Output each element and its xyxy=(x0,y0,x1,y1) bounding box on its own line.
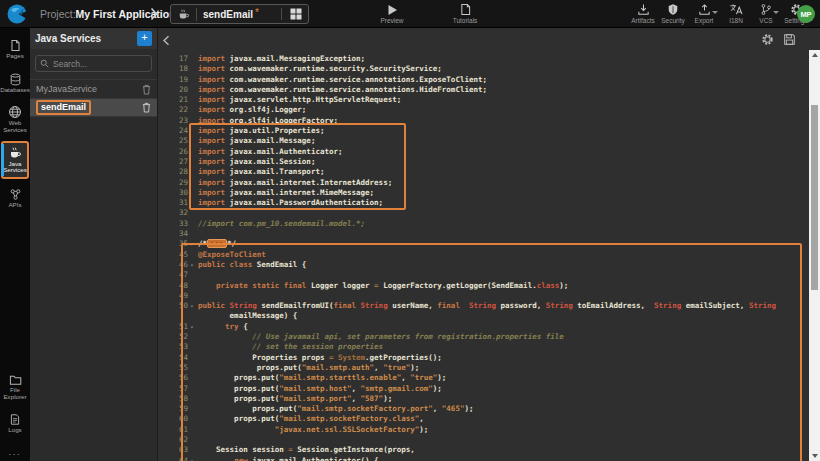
scroll-down-button[interactable] xyxy=(809,451,820,461)
code-line[interactable]: 19import com.wavemaker.runtime.service.a… xyxy=(162,75,806,85)
collapse-panel-button[interactable] xyxy=(162,35,170,46)
line-number: 18 xyxy=(162,64,188,74)
code-line[interactable]: 18import com.wavemaker.runtime.security.… xyxy=(162,64,806,74)
line-number: 17 xyxy=(162,54,188,64)
fold-marker xyxy=(188,178,196,188)
line-number: 20 xyxy=(162,85,188,95)
scroll-up-button[interactable] xyxy=(809,50,820,60)
code-area[interactable]: 17import javax.mail.MessagingException;1… xyxy=(162,54,806,461)
left-nav-rail: Pages Databases Web Services Java Servic… xyxy=(0,28,30,461)
nav-file-explorer[interactable]: File Explorer xyxy=(1,371,29,404)
fold-marker xyxy=(188,75,196,85)
add-service-button[interactable]: + xyxy=(137,31,152,46)
download-icon xyxy=(637,3,650,16)
code-line[interactable]: 26import javax.mail.Authenticator; xyxy=(162,147,806,157)
search-input[interactable] xyxy=(53,59,143,69)
code-line[interactable]: 21import javax.servlet.http.HttpServletR… xyxy=(162,95,806,105)
scroll-thumb[interactable] xyxy=(811,105,818,290)
user-avatar[interactable]: MP xyxy=(797,5,815,23)
nav-java-services[interactable]: Java Services xyxy=(1,141,29,180)
code-line[interactable]: 17import javax.mail.MessagingException; xyxy=(162,54,806,64)
editor-tab-sendemail[interactable]: sendEmail * xyxy=(170,4,309,24)
code-line[interactable]: 45@ExposeToClient xyxy=(162,250,806,260)
preview-button[interactable]: Preview xyxy=(372,3,412,24)
code-line[interactable]: 54 Properties props = System.getProperti… xyxy=(162,353,806,363)
search-box[interactable] xyxy=(35,55,152,72)
code-line[interactable]: 52 // Use javamail api, set parameters f… xyxy=(162,332,806,342)
nav-pages[interactable]: Pages xyxy=(1,34,29,64)
code-line[interactable]: 29import javax.mail.internet.InternetAdd… xyxy=(162,178,806,188)
code-line[interactable]: 49 xyxy=(162,291,806,301)
code-line[interactable]: 58 props.put("mail.smtp.port", "587"); xyxy=(162,394,806,404)
fold-marker: ▾ xyxy=(188,260,196,270)
java-service-icon xyxy=(177,8,197,21)
fold-marker xyxy=(188,85,196,95)
dashboard-grid-icon[interactable] xyxy=(281,8,302,20)
line-number: 19 xyxy=(162,75,188,85)
line-number: 25 xyxy=(162,136,188,146)
code-line[interactable]: 55 props.put("mail.smtp.auth", "true"); xyxy=(162,363,806,373)
active-indicator xyxy=(1,144,4,177)
code-line[interactable]: 62 xyxy=(162,435,806,445)
fold-marker xyxy=(188,147,196,157)
tutorials-button[interactable]: Tutorials xyxy=(445,3,485,24)
line-number: 63 xyxy=(162,445,188,455)
code-line[interactable]: 60 props.put("mail.smtp.socketFactory.cl… xyxy=(162,414,806,424)
line-number: 64 xyxy=(162,456,188,461)
save-button[interactable] xyxy=(783,33,796,46)
code-line[interactable]: 46▾public class SendEmail { xyxy=(162,260,806,270)
code-line[interactable]: 28import javax.mail.Transport; xyxy=(162,167,806,177)
service-item-myjavaservice[interactable]: MyJavaService xyxy=(30,79,157,98)
code-line[interactable]: 57 props.put("mail.smtp.host", "smtp.gma… xyxy=(162,384,806,394)
delete-icon[interactable] xyxy=(142,84,151,95)
fold-marker xyxy=(188,311,196,321)
fold-marker: ▸ xyxy=(188,239,196,249)
editor-settings-button[interactable] xyxy=(761,33,774,46)
code-line[interactable]: 47 xyxy=(162,270,806,280)
code-line[interactable]: 32 xyxy=(162,208,806,218)
code-line[interactable]: 48 private static final Logger logger = … xyxy=(162,281,806,291)
wavemaker-studio: Project:My First Application sendEmail * xyxy=(0,0,820,461)
code-line[interactable]: 35▸/*···*/ xyxy=(162,239,806,249)
line-number: 49 xyxy=(162,291,188,301)
code-line[interactable]: emailMessage) { xyxy=(162,311,806,321)
code-line[interactable]: 53 // set the session properties xyxy=(162,342,806,352)
line-number: 58 xyxy=(162,394,188,404)
line-number: 33 xyxy=(162,219,188,229)
line-number: 24 xyxy=(162,126,188,136)
service-item-sendemail[interactable]: sendEmail xyxy=(30,98,157,117)
code-line[interactable]: 22import org.slf4j.Logger; xyxy=(162,105,806,115)
scrollbar[interactable] xyxy=(809,50,820,461)
code-line[interactable]: 51▾ try { xyxy=(162,322,806,332)
code-line[interactable]: 30import javax.mail.internet.MimeMessage… xyxy=(162,188,806,198)
line-number: 61 xyxy=(162,425,188,435)
fold-marker xyxy=(188,435,196,445)
code-line[interactable]: 25import javax.mail.Message; xyxy=(162,136,806,146)
fold-marker xyxy=(188,157,196,167)
code-line[interactable]: 31import javax.mail.PasswordAuthenticati… xyxy=(162,198,806,208)
code-line[interactable]: 24import java.util.Properties; xyxy=(162,126,806,136)
fold-marker xyxy=(188,353,196,363)
code-line[interactable]: 64▾ new javax.mail.Authenticator() { xyxy=(162,456,806,461)
code-line[interactable]: 33//import com.pm_10.sendemail.model.*; xyxy=(162,219,806,229)
fold-marker xyxy=(188,270,196,280)
fold-marker xyxy=(188,219,196,229)
delete-icon[interactable] xyxy=(142,102,151,113)
code-line[interactable]: 50▾public String sendEmailfromUI(final S… xyxy=(162,301,806,311)
code-line[interactable]: 27import javax.mail.Session; xyxy=(162,157,806,167)
code-line[interactable]: 63 Session session = Session.getInstance… xyxy=(162,445,806,455)
more-options-button[interactable]: ... xyxy=(9,448,22,457)
code-line[interactable]: 56 props.put("mail.smtp.starttls.enable"… xyxy=(162,373,806,383)
nav-databases[interactable]: Databases xyxy=(1,68,29,98)
nav-logs[interactable]: Logs xyxy=(1,408,29,438)
translate-icon xyxy=(729,3,743,16)
fold-marker xyxy=(188,445,196,455)
code-line[interactable]: 59 props.put("mail.smtp.socketFactory.po… xyxy=(162,404,806,414)
wavemaker-logo-icon[interactable] xyxy=(6,3,28,25)
code-line[interactable]: 20import com.wavemaker.runtime.service.a… xyxy=(162,85,806,95)
code-line[interactable]: 23import org.slf4j.LoggerFactory; xyxy=(162,116,806,126)
code-line[interactable]: 34 xyxy=(162,229,806,239)
nav-apis[interactable]: APIs xyxy=(1,183,29,213)
code-line[interactable]: 61 "javax.net.ssl.SSLSocketFactory"); xyxy=(162,425,806,435)
nav-web-services[interactable]: Web Services xyxy=(1,102,29,137)
